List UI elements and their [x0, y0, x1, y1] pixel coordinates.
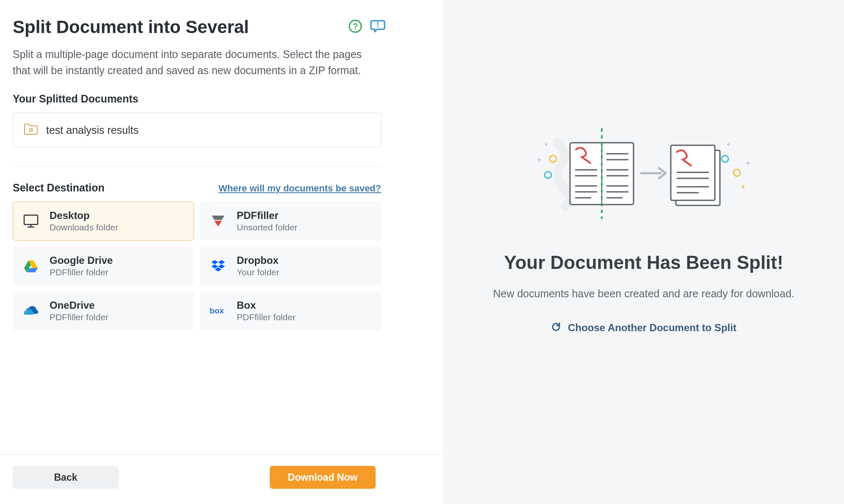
archive-icon: [24, 123, 38, 137]
right-panel: + +: [443, 0, 844, 504]
destination-onedrive[interactable]: OneDrive PDFfiller folder: [13, 291, 194, 330]
svg-text:+: +: [537, 155, 542, 165]
page-description: Split a multiple-page document into sepa…: [13, 47, 364, 78]
left-panel: Split Document into Several ? ! Split a …: [0, 0, 443, 504]
svg-rect-5: [24, 215, 38, 224]
destination-header: Select Destination Where will my documen…: [13, 182, 381, 194]
footer: Back Download Now: [0, 454, 443, 504]
svg-point-12: [545, 172, 551, 178]
pdffiller-icon: [210, 213, 227, 230]
documents-label: Your Splitted Documents: [13, 93, 390, 105]
help-icon[interactable]: ?: [348, 19, 363, 35]
destination-sub: PDFfiller folder: [50, 312, 108, 322]
svg-point-9: [545, 143, 548, 146]
destination-sub: Downloads folder: [50, 222, 118, 233]
svg-text:+: +: [745, 159, 750, 168]
left-content: Split Document into Several ? ! Split a …: [13, 17, 390, 330]
save-location-help-link[interactable]: Where will my documents be saved?: [219, 183, 381, 194]
destination-dropbox[interactable]: Dropbox Your folder: [200, 246, 381, 285]
destination-desktop[interactable]: Desktop Downloads folder: [13, 202, 194, 241]
document-box: test analysis results: [13, 113, 381, 147]
destination-sub: PDFfiller folder: [237, 312, 296, 322]
destination-title: PDFfiller: [237, 210, 298, 222]
help-icons: ? !: [348, 19, 385, 35]
destination-box[interactable]: box Box PDFfiller folder: [200, 291, 381, 330]
onedrive-icon: [22, 302, 39, 319]
svg-text:!: !: [376, 21, 379, 29]
destination-grid: Desktop Downloads folder PDFfiller Unsor…: [13, 202, 381, 330]
title-row: Split Document into Several ? !: [13, 17, 385, 37]
svg-text:box: box: [210, 306, 224, 315]
destination-title: Google Drive: [50, 255, 113, 266]
destination-text: Dropbox Your folder: [237, 255, 279, 277]
destination-text: Desktop Downloads folder: [50, 210, 118, 233]
destination-sub: Unsorted folder: [237, 222, 298, 233]
svg-point-15: [733, 169, 740, 176]
desktop-icon: [22, 213, 39, 230]
destination-title: Desktop: [50, 210, 118, 222]
destination-text: Box PDFfiller folder: [237, 299, 296, 322]
svg-point-14: [722, 155, 728, 162]
dropbox-icon: [210, 258, 227, 274]
success-title: Your Document Has Been Split!: [504, 252, 783, 273]
destination-sub: PDFfiller folder: [50, 267, 113, 277]
choose-another-label: Choose Another Document to Split: [568, 322, 736, 334]
download-button[interactable]: Download Now: [270, 466, 376, 489]
destination-title: Dropbox: [237, 255, 279, 266]
destination-text: OneDrive PDFfiller folder: [50, 299, 108, 322]
destination-title: OneDrive: [50, 299, 108, 311]
divider: [13, 166, 381, 166]
google-drive-icon: [22, 258, 39, 274]
svg-point-17: [742, 186, 744, 188]
choose-another-button[interactable]: Choose Another Document to Split: [551, 322, 736, 334]
back-button[interactable]: Back: [13, 466, 119, 489]
svg-point-10: [550, 155, 556, 162]
svg-text:?: ?: [353, 22, 358, 31]
refresh-icon: [551, 322, 561, 334]
box-icon: box: [210, 302, 227, 319]
success-subtitle: New documents have been created and are …: [493, 288, 794, 300]
destination-text: PDFfiller Unsorted folder: [237, 210, 298, 233]
destination-text: Google Drive PDFfiller folder: [50, 255, 113, 277]
destination-title: Box: [237, 299, 296, 311]
destination-pdffiller[interactable]: PDFfiller Unsorted folder: [200, 202, 381, 241]
feedback-icon[interactable]: !: [370, 19, 385, 35]
svg-point-18: [727, 143, 730, 146]
destination-label: Select Destination: [13, 182, 105, 194]
split-illustration: + +: [529, 120, 758, 222]
page-title: Split Document into Several: [13, 17, 249, 37]
destination-google-drive[interactable]: Google Drive PDFfiller folder: [13, 246, 194, 285]
document-name: test analysis results: [46, 124, 138, 136]
destination-sub: Your folder: [237, 267, 279, 277]
